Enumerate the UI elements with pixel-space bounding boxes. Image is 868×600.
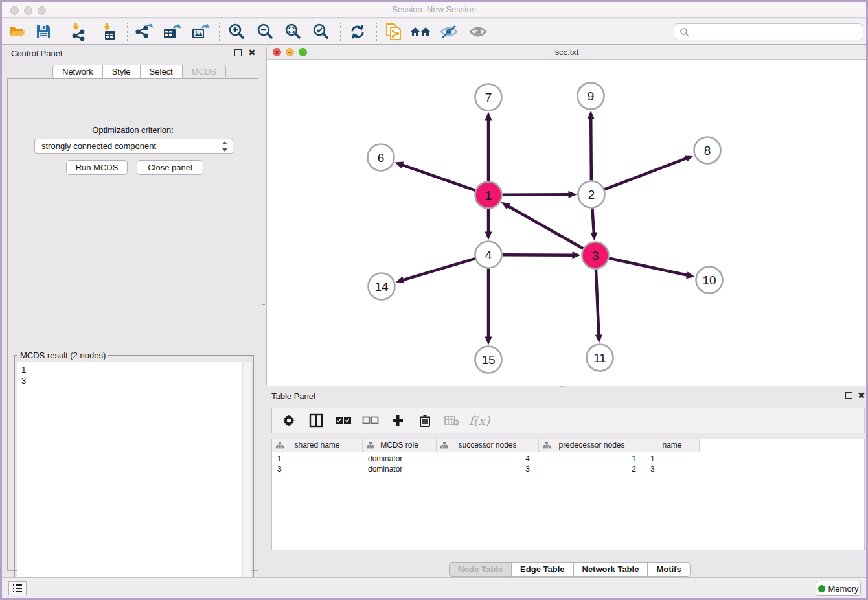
save-floppy-icon: [36, 24, 51, 40]
graph-edge-3-1[interactable]: [508, 206, 583, 249]
delete-row-button[interactable]: [416, 412, 434, 429]
table-panel-float-icon[interactable]: [845, 392, 852, 399]
search-input[interactable]: [692, 25, 860, 38]
table-row[interactable]: 3 dominator 3 2 3: [272, 464, 700, 474]
zoom-fit-button[interactable]: [281, 22, 304, 41]
zoom-out-button[interactable]: [253, 22, 277, 41]
table-toolbar: f(x): [271, 408, 865, 433]
network-canvas[interactable]: 7968124314101511: [267, 60, 866, 386]
tab-node-table[interactable]: Node Table: [449, 562, 512, 577]
toolbar-separator: [219, 23, 220, 41]
network-document-button[interactable]: [382, 22, 405, 41]
run-mcds-button[interactable]: Run MCDS: [66, 160, 128, 175]
export-table-button[interactable]: [160, 22, 183, 41]
graph-node-label: 6: [378, 151, 385, 165]
cell-mcds-role[interactable]: dominator: [363, 464, 437, 474]
refresh-icon: [348, 23, 367, 41]
hierarchy-icon: [367, 442, 374, 450]
graph-edge-3-11[interactable]: [596, 269, 599, 335]
graph-edge-4-14[interactable]: [403, 259, 475, 280]
cell-successor-nodes[interactable]: 4: [437, 454, 539, 464]
memory-button[interactable]: Memory: [816, 581, 861, 596]
deselect-all-button[interactable]: [361, 412, 380, 429]
mcds-result-line: 1: [21, 364, 251, 375]
list-icon: [12, 584, 23, 593]
delete-table-button[interactable]: [443, 412, 461, 429]
save-session-button[interactable]: [32, 22, 55, 41]
home-button[interactable]: [409, 22, 433, 41]
open-session-button[interactable]: [6, 22, 29, 41]
cell-shared-name[interactable]: 3: [272, 464, 363, 474]
export-network-button[interactable]: [131, 22, 155, 41]
column-header-shared-name[interactable]: shared name: [272, 439, 363, 452]
vertical-splitter-handle[interactable]: [261, 299, 266, 316]
column-visibility-button[interactable]: [307, 412, 325, 429]
graph-node-label: 15: [481, 353, 495, 367]
checked-boxes-icon: [335, 416, 352, 425]
trash-icon: [419, 414, 431, 427]
unchecked-boxes-icon: [362, 416, 379, 425]
graph-edge-2-8[interactable]: [604, 158, 687, 189]
table-row[interactable]: 1 dominator 4 1 1: [272, 454, 700, 464]
table-panel-tabs: Node Table Edge Table Network Table Moti…: [449, 562, 691, 577]
tab-select[interactable]: Select: [141, 65, 183, 79]
select-all-button[interactable]: [334, 412, 352, 429]
cell-successor-nodes[interactable]: 3: [437, 464, 539, 474]
import-network-button[interactable]: [67, 22, 90, 41]
hierarchy-icon: [276, 442, 284, 450]
export-network-icon: [133, 23, 153, 41]
graph-edge-arrow-icon: [686, 271, 695, 279]
add-row-button[interactable]: [389, 412, 407, 429]
tab-edge-table[interactable]: Edge Table: [512, 562, 573, 577]
optimization-criterion-select[interactable]: strongly connected component: [34, 139, 233, 154]
network-graph[interactable]: 7968124314101511: [267, 60, 866, 386]
zoom-selected-button[interactable]: [309, 22, 332, 41]
graph-edge-3-10[interactable]: [609, 259, 687, 275]
graph-edge-1-6[interactable]: [402, 165, 475, 190]
zoom-in-button[interactable]: [225, 22, 248, 41]
task-history-button[interactable]: [8, 581, 27, 595]
search-box: [674, 23, 863, 40]
tab-network[interactable]: Network: [52, 65, 103, 79]
cell-predecessor-nodes[interactable]: 2: [539, 464, 645, 474]
cell-predecessor-nodes[interactable]: 1: [539, 454, 645, 464]
tab-style[interactable]: Style: [103, 65, 141, 79]
tab-motifs[interactable]: Motifs: [648, 562, 690, 577]
control-panel-close-icon[interactable]: ✖: [248, 47, 256, 58]
table-settings-button[interactable]: [280, 412, 298, 429]
graph-edge-arrow-icon: [685, 155, 694, 161]
close-panel-button[interactable]: Close panel: [137, 160, 203, 175]
cell-shared-name[interactable]: 1: [272, 454, 363, 464]
graph-edge-2-9[interactable]: [591, 118, 591, 180]
graph-edge-2-3[interactable]: [592, 208, 593, 233]
window-titlebar: Session: New Session: [2, 2, 866, 18]
import-table-button[interactable]: [98, 22, 121, 41]
select-stepper-icon: [220, 141, 229, 152]
cell-mcds-role[interactable]: dominator: [363, 454, 437, 464]
column-header-predecessor-nodes[interactable]: predecessor nodes: [539, 439, 645, 452]
column-header-name[interactable]: name: [645, 439, 700, 452]
control-panel-tabs: Network Style Select MCDS: [52, 65, 226, 79]
tab-mcds[interactable]: MCDS: [183, 65, 226, 79]
tab-network-table[interactable]: Network Table: [574, 562, 648, 577]
column-label: name: [662, 441, 681, 450]
table-panel-close-icon[interactable]: ✖: [858, 390, 865, 400]
cell-name[interactable]: 3: [645, 464, 700, 474]
column-header-successor-nodes[interactable]: successor nodes: [437, 439, 539, 452]
function-builder-button[interactable]: f(x): [470, 412, 488, 429]
mcds-result-textarea[interactable]: 1 3: [17, 362, 251, 597]
table-header-row: shared name MCDS role successor nodes pr…: [272, 439, 700, 452]
result-scrollbar[interactable]: [242, 362, 251, 597]
refresh-button[interactable]: [346, 22, 369, 41]
hide-details-button[interactable]: [437, 22, 461, 41]
column-header-mcds-role[interactable]: MCDS role: [363, 439, 437, 452]
zoom-selected-icon: [312, 23, 330, 41]
show-details-button[interactable]: [466, 22, 490, 41]
mcds-panel-body: Optimization criterion: strongly connect…: [7, 78, 258, 571]
control-panel-float-icon[interactable]: [234, 49, 242, 56]
graph-node-label: 3: [592, 249, 599, 262]
graph-edge-4-3[interactable]: [502, 255, 573, 255]
export-image-button[interactable]: [188, 22, 212, 41]
cell-name[interactable]: 1: [645, 454, 700, 464]
graph-edge-1-2[interactable]: [502, 194, 569, 195]
